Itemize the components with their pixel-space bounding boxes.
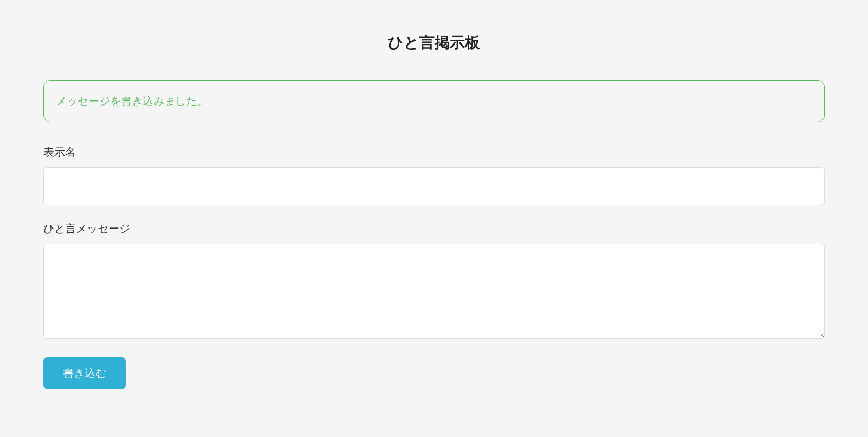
name-field-group: 表示名 (43, 145, 825, 205)
message-field-group: ひと言メッセージ (43, 221, 825, 341)
submit-button[interactable]: 書き込む (43, 357, 126, 389)
message-label: ひと言メッセージ (43, 221, 825, 236)
name-label: 表示名 (43, 145, 825, 160)
name-input[interactable] (43, 167, 825, 205)
form-container: ひと言掲示板 メッセージを書き込みました。 表示名 ひと言メッセージ 書き込む (43, 11, 825, 411)
success-message: メッセージを書き込みました。 (56, 95, 208, 107)
success-alert: メッセージを書き込みました。 (43, 80, 825, 122)
page-title: ひと言掲示板 (43, 33, 825, 53)
message-textarea[interactable] (43, 244, 825, 339)
